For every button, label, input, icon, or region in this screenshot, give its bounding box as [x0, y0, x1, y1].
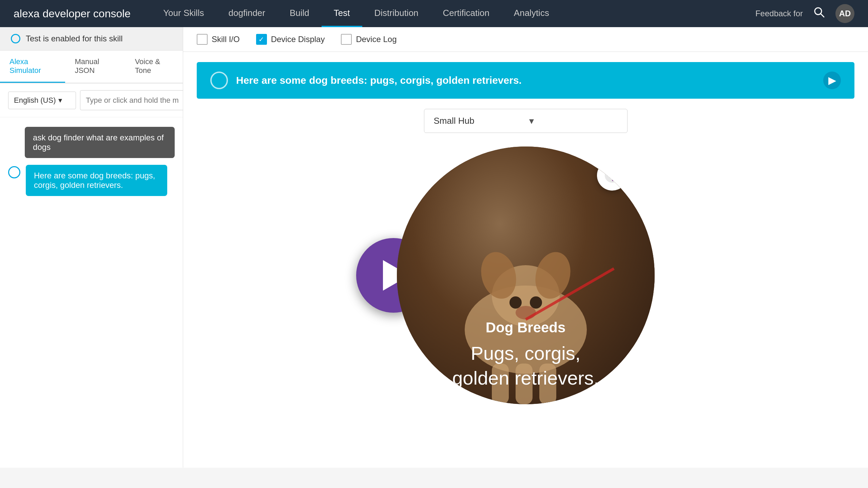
- device-display-area: Small Hub ▾: [183, 99, 868, 468]
- nav-distribution[interactable]: Distribution: [362, 0, 431, 27]
- tab-alexa-simulator[interactable]: Alexa Simulator: [0, 51, 65, 83]
- dog-display-wrapper: Dog Breeds Pugs, corgis,golden retriever…: [397, 147, 655, 404]
- dog-breeds-names: Pugs, corgis,golden retrievers.: [410, 341, 641, 391]
- user-chat-bubble: ask dog finder what are examples of dogs: [25, 127, 175, 158]
- simulator-tabs: Alexa Simulator Manual JSON Voice & Tone: [0, 51, 183, 83]
- hub-selected-label: Small Hub: [434, 116, 522, 126]
- chat-area: ask dog finder what are examples of dogs…: [0, 117, 183, 468]
- nav-build[interactable]: Build: [277, 0, 322, 27]
- device-display-label: Device Display: [271, 35, 325, 44]
- right-panel: Skill I/O ✓ Device Display Device Log He…: [183, 27, 868, 468]
- svg-line-1: [821, 14, 824, 17]
- top-nav: alexa developer console Your Skills dogf…: [0, 0, 868, 27]
- chevron-down-icon: ▾: [58, 96, 62, 105]
- device-display-checkbox-item[interactable]: ✓ Device Display: [256, 34, 325, 45]
- nav-certification[interactable]: Certification: [431, 0, 502, 27]
- feedback-button[interactable]: Feedback for: [755, 9, 803, 18]
- response-arrow-icon[interactable]: ▶: [823, 72, 841, 89]
- test-enabled-text: Test is enabled for this skill: [26, 34, 122, 43]
- assistant-avatar: [8, 166, 20, 178]
- skill-io-checkbox-item[interactable]: Skill I/O: [197, 34, 240, 45]
- app-title: alexa developer console: [14, 7, 131, 20]
- device-log-checkbox[interactable]: [341, 34, 352, 45]
- skill-io-label: Skill I/O: [212, 35, 240, 44]
- assistant-chat-bubble: Here are some dog breeds: pugs, corgis, …: [26, 165, 167, 196]
- response-banner: Here are some dog breeds: pugs, corgis, …: [197, 62, 854, 99]
- test-status-dot: [11, 34, 20, 43]
- utterance-input[interactable]: [86, 96, 179, 105]
- dog-text-overlay: Dog Breeds Pugs, corgis,golden retriever…: [397, 306, 655, 404]
- nav-items: Your Skills dogfinder Build Test Distrib…: [151, 0, 755, 27]
- tab-voice-tone[interactable]: Voice & Tone: [126, 51, 183, 83]
- device-log-checkbox-item[interactable]: Device Log: [341, 34, 397, 45]
- alexa-icon-circle: [597, 160, 628, 191]
- alexa-leaf-icon: [604, 167, 621, 184]
- avatar[interactable]: AD: [835, 4, 854, 23]
- response-text: Here are some dog breeds: pugs, corgis, …: [236, 75, 522, 86]
- main-layout: Test is enabled for this skill Alexa Sim…: [0, 27, 868, 468]
- hub-selector[interactable]: Small Hub ▾: [424, 109, 628, 133]
- language-selector[interactable]: English (US) ▾: [8, 92, 76, 109]
- input-row: English (US) ▾ 🎤: [0, 83, 183, 117]
- nav-right: Feedback for AD: [755, 4, 854, 23]
- test-enabled-bar: Test is enabled for this skill: [0, 27, 183, 51]
- search-icon[interactable]: [813, 6, 825, 21]
- response-alexa-icon: [210, 72, 228, 89]
- text-input-wrap[interactable]: 🎤: [80, 90, 201, 110]
- checkbox-toolbar: Skill I/O ✓ Device Display Device Log: [183, 27, 868, 52]
- assistant-chat-row: Here are some dog breeds: pugs, corgis, …: [8, 165, 175, 196]
- device-display-checkbox[interactable]: ✓: [256, 34, 267, 45]
- language-label: English (US): [14, 96, 56, 105]
- left-panel: Test is enabled for this skill Alexa Sim…: [0, 27, 183, 468]
- nav-test[interactable]: Test: [322, 0, 362, 27]
- nav-your-skills[interactable]: Your Skills: [151, 0, 216, 27]
- tab-manual-json[interactable]: Manual JSON: [65, 51, 125, 83]
- dog-circle: Dog Breeds Pugs, corgis,golden retriever…: [397, 147, 655, 404]
- device-log-label: Device Log: [356, 35, 397, 44]
- nav-analytics[interactable]: Analytics: [502, 0, 561, 27]
- nav-dogfinder[interactable]: dogfinder: [216, 0, 277, 27]
- skill-io-checkbox[interactable]: [197, 34, 208, 45]
- hub-chevron-icon: ▾: [529, 115, 618, 126]
- dog-breeds-label: Dog Breeds: [410, 319, 641, 336]
